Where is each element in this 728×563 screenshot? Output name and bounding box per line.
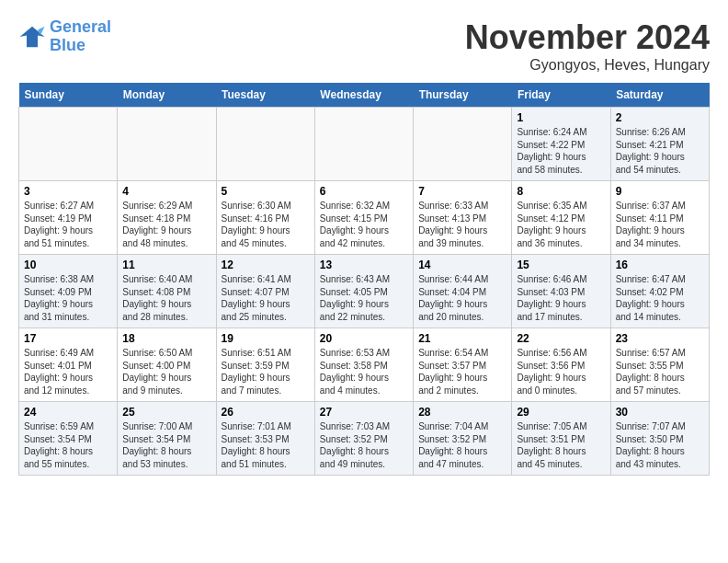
- calendar-cell: 15Sunrise: 6:46 AM Sunset: 4:03 PM Dayli…: [512, 255, 610, 328]
- calendar-cell: [216, 108, 314, 181]
- day-number: 1: [517, 111, 605, 124]
- calendar-cell: 12Sunrise: 6:41 AM Sunset: 4:07 PM Dayli…: [216, 255, 314, 328]
- logo-line2: Blue: [50, 36, 85, 54]
- location: Gyongyos, Heves, Hungary: [465, 57, 710, 74]
- day-info: Sunrise: 6:37 AM Sunset: 4:11 PM Dayligh…: [616, 200, 704, 249]
- day-info: Sunrise: 6:54 AM Sunset: 3:57 PM Dayligh…: [418, 347, 506, 396]
- week-row-4: 17Sunrise: 6:49 AM Sunset: 4:01 PM Dayli…: [19, 328, 710, 402]
- day-info: Sunrise: 6:44 AM Sunset: 4:04 PM Dayligh…: [418, 273, 506, 323]
- day-info: Sunrise: 6:47 AM Sunset: 4:02 PM Dayligh…: [616, 273, 704, 323]
- day-number: 21: [418, 332, 506, 345]
- calendar-cell: 20Sunrise: 6:53 AM Sunset: 3:58 PM Dayli…: [314, 328, 413, 402]
- weekday-header-thursday: Thursday: [414, 83, 512, 108]
- day-info: Sunrise: 7:07 AM Sunset: 3:50 PM Dayligh…: [616, 420, 704, 470]
- calendar-cell: 30Sunrise: 7:07 AM Sunset: 3:50 PM Dayli…: [610, 402, 709, 476]
- day-info: Sunrise: 6:27 AM Sunset: 4:19 PM Dayligh…: [24, 200, 112, 249]
- day-info: Sunrise: 6:38 AM Sunset: 4:09 PM Dayligh…: [24, 273, 112, 323]
- weekday-header-sunday: Sunday: [19, 83, 118, 108]
- logo: General Blue: [18, 18, 111, 55]
- day-number: 28: [418, 406, 506, 419]
- weekday-header-monday: Monday: [118, 83, 216, 108]
- day-info: Sunrise: 6:53 AM Sunset: 3:58 PM Dayligh…: [320, 347, 408, 396]
- day-info: Sunrise: 6:33 AM Sunset: 4:13 PM Dayligh…: [418, 200, 506, 249]
- calendar-cell: [19, 108, 118, 181]
- day-info: Sunrise: 6:26 AM Sunset: 4:21 PM Dayligh…: [616, 126, 704, 176]
- week-row-3: 10Sunrise: 6:38 AM Sunset: 4:09 PM Dayli…: [19, 255, 710, 328]
- calendar-table: SundayMondayTuesdayWednesdayThursdayFrid…: [18, 83, 710, 476]
- logo-line1: General: [50, 17, 111, 36]
- calendar-cell: 22Sunrise: 6:56 AM Sunset: 3:56 PM Dayli…: [512, 328, 610, 402]
- calendar-cell: 9Sunrise: 6:37 AM Sunset: 4:11 PM Daylig…: [610, 181, 709, 255]
- day-number: 25: [122, 406, 210, 419]
- week-row-5: 24Sunrise: 6:59 AM Sunset: 3:54 PM Dayli…: [19, 402, 710, 476]
- calendar-cell: 28Sunrise: 7:04 AM Sunset: 3:52 PM Dayli…: [414, 402, 512, 476]
- calendar-cell: 5Sunrise: 6:30 AM Sunset: 4:16 PM Daylig…: [216, 181, 314, 255]
- calendar-cell: 18Sunrise: 6:50 AM Sunset: 4:00 PM Dayli…: [118, 328, 216, 402]
- day-number: 17: [24, 332, 112, 345]
- day-number: 18: [122, 332, 210, 345]
- calendar-cell: 6Sunrise: 6:32 AM Sunset: 4:15 PM Daylig…: [314, 181, 413, 255]
- calendar-cell: 13Sunrise: 6:43 AM Sunset: 4:05 PM Dayli…: [314, 255, 413, 328]
- day-info: Sunrise: 7:05 AM Sunset: 3:51 PM Dayligh…: [517, 420, 605, 470]
- week-row-2: 3Sunrise: 6:27 AM Sunset: 4:19 PM Daylig…: [19, 181, 710, 255]
- page-header: General Blue November 2024 Gyongyos, Hev…: [18, 18, 710, 74]
- day-number: 24: [24, 406, 112, 419]
- day-info: Sunrise: 6:32 AM Sunset: 4:15 PM Dayligh…: [320, 200, 408, 249]
- day-info: Sunrise: 6:24 AM Sunset: 4:22 PM Dayligh…: [517, 126, 605, 176]
- calendar-cell: 19Sunrise: 6:51 AM Sunset: 3:59 PM Dayli…: [216, 328, 314, 402]
- day-number: 4: [122, 185, 210, 198]
- day-info: Sunrise: 6:56 AM Sunset: 3:56 PM Dayligh…: [517, 347, 605, 396]
- calendar-cell: 2Sunrise: 6:26 AM Sunset: 4:21 PM Daylig…: [610, 108, 709, 181]
- day-number: 14: [418, 259, 506, 271]
- calendar-cell: 7Sunrise: 6:33 AM Sunset: 4:13 PM Daylig…: [414, 181, 512, 255]
- day-number: 30: [616, 406, 704, 419]
- day-number: 26: [222, 406, 310, 419]
- day-number: 22: [517, 332, 605, 345]
- day-number: 5: [222, 185, 310, 198]
- day-info: Sunrise: 6:29 AM Sunset: 4:18 PM Dayligh…: [122, 200, 210, 249]
- calendar-cell: 11Sunrise: 6:40 AM Sunset: 4:08 PM Dayli…: [118, 255, 216, 328]
- calendar-cell: 21Sunrise: 6:54 AM Sunset: 3:57 PM Dayli…: [414, 328, 512, 402]
- day-number: 15: [517, 259, 605, 271]
- title-block: November 2024 Gyongyos, Heves, Hungary: [465, 18, 710, 74]
- weekday-header-wednesday: Wednesday: [314, 83, 413, 108]
- calendar-cell: [314, 108, 413, 181]
- weekday-header-saturday: Saturday: [610, 83, 709, 108]
- calendar-cell: 26Sunrise: 7:01 AM Sunset: 3:53 PM Dayli…: [216, 402, 314, 476]
- weekday-header-row: SundayMondayTuesdayWednesdayThursdayFrid…: [19, 83, 710, 108]
- calendar-cell: 23Sunrise: 6:57 AM Sunset: 3:55 PM Dayli…: [610, 328, 709, 402]
- calendar-cell: 25Sunrise: 7:00 AM Sunset: 3:54 PM Dayli…: [118, 402, 216, 476]
- day-number: 6: [320, 185, 408, 198]
- day-info: Sunrise: 7:01 AM Sunset: 3:53 PM Dayligh…: [222, 420, 310, 470]
- day-number: 2: [616, 111, 704, 124]
- calendar-cell: 3Sunrise: 6:27 AM Sunset: 4:19 PM Daylig…: [19, 181, 118, 255]
- calendar-cell: 4Sunrise: 6:29 AM Sunset: 4:18 PM Daylig…: [118, 181, 216, 255]
- day-info: Sunrise: 6:51 AM Sunset: 3:59 PM Dayligh…: [222, 347, 310, 396]
- day-info: Sunrise: 6:50 AM Sunset: 4:00 PM Dayligh…: [122, 347, 210, 396]
- calendar-cell: 17Sunrise: 6:49 AM Sunset: 4:01 PM Dayli…: [19, 328, 118, 402]
- day-number: 9: [616, 185, 704, 198]
- day-number: 23: [616, 332, 704, 345]
- day-number: 19: [222, 332, 310, 345]
- day-number: 8: [517, 185, 605, 198]
- day-info: Sunrise: 6:41 AM Sunset: 4:07 PM Dayligh…: [222, 273, 310, 323]
- calendar-cell: 24Sunrise: 6:59 AM Sunset: 3:54 PM Dayli…: [19, 402, 118, 476]
- day-number: 7: [418, 185, 506, 198]
- day-number: 11: [122, 259, 210, 271]
- day-number: 27: [320, 406, 408, 419]
- day-info: Sunrise: 6:46 AM Sunset: 4:03 PM Dayligh…: [517, 273, 605, 323]
- day-number: 29: [517, 406, 605, 419]
- day-number: 16: [616, 259, 704, 271]
- calendar-cell: 1Sunrise: 6:24 AM Sunset: 4:22 PM Daylig…: [512, 108, 610, 181]
- logo-text: General Blue: [50, 18, 111, 55]
- day-number: 12: [222, 259, 310, 271]
- day-info: Sunrise: 6:35 AM Sunset: 4:12 PM Dayligh…: [517, 200, 605, 249]
- day-info: Sunrise: 6:40 AM Sunset: 4:08 PM Dayligh…: [122, 273, 210, 323]
- day-number: 13: [320, 259, 408, 271]
- day-info: Sunrise: 6:57 AM Sunset: 3:55 PM Dayligh…: [616, 347, 704, 396]
- day-info: Sunrise: 6:59 AM Sunset: 3:54 PM Dayligh…: [24, 420, 112, 470]
- month-title: November 2024: [465, 18, 710, 57]
- calendar-cell: 14Sunrise: 6:44 AM Sunset: 4:04 PM Dayli…: [414, 255, 512, 328]
- day-number: 20: [320, 332, 408, 345]
- calendar-cell: 27Sunrise: 7:03 AM Sunset: 3:52 PM Dayli…: [314, 402, 413, 476]
